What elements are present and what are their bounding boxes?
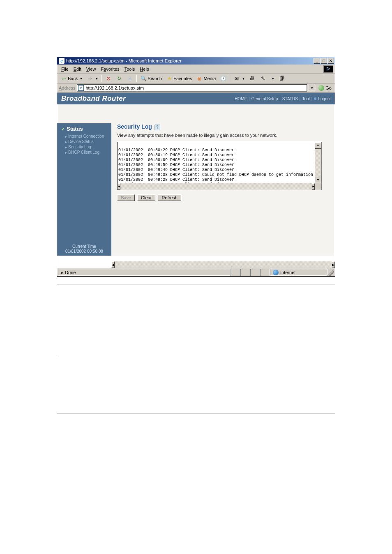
sidebar-heading-status: Status [61,126,108,132]
zone-text: Internet [280,270,295,275]
security-log-textarea[interactable]: 01/01/2002 00:50:29 DHCP Client: Send Di… [117,142,322,190]
minimize-button[interactable]: _ [314,58,320,64]
nav-logout[interactable]: Logout [318,97,331,101]
brand-title: Broadband Router [61,95,126,103]
back-button[interactable]: ⇦ Back ▼ [59,75,84,82]
history-button[interactable]: 🕑 [218,75,228,82]
router-body: Status Internet Connection Device Status… [57,104,335,256]
media-button[interactable]: ◉Media [194,75,217,82]
chevron-down-icon: ▼ [95,77,98,81]
addressbar: Address e http://192.168.2.1/setupx.stm … [57,83,335,93]
close-button[interactable]: ✕ [327,58,334,64]
messenger-icon: 🗐 [279,75,285,82]
stop-button[interactable]: ⊘ [104,75,113,82]
header-nav: HOME | General Setup | STATUS | Tool | L… [235,97,331,101]
chevron-down-icon: ▼ [271,77,274,81]
sidebar-item-device-status[interactable]: Device Status [61,139,108,144]
media-label: Media [203,76,216,81]
go-button[interactable]: → Go [317,85,333,91]
history-icon: 🕑 [220,75,226,82]
log-line: 01/01/2002 00:50:29 DHCP Client: Send Di… [118,148,234,152]
log-line: 01/01/2002 00:49:28 DHCP Client: Send Di… [118,178,234,182]
panel-description: View any attempts that have been made to… [117,133,332,138]
favorites-label: Favorites [173,76,192,81]
favorites-icon: ★ [166,75,173,82]
messenger-button[interactable]: 🗐 [277,75,287,82]
status-zone-panel: Internet [270,269,327,276]
stop-icon: ⊘ [105,75,112,82]
menu-edit[interactable]: Edit [71,66,84,72]
search-label: Search [148,76,162,81]
scroll-left-button[interactable]: ◀ [118,183,120,190]
main-panel: Security Log ? View any attempts that ha… [111,104,335,256]
search-icon: 🔍 [140,75,147,82]
status-text: Done [65,270,76,275]
content-horizontal-scrollbar[interactable]: ◀ ▶ [111,261,335,268]
log-line: 01/01/2002 00:50:19 DHCP Client: Send Di… [118,153,234,157]
statusbar: e Done Internet [57,268,335,276]
current-time-box: Current Time 01/01/2002 00:50:08 [57,244,111,254]
ie-icon: e [59,58,65,64]
address-dropdown[interactable]: ▼ [309,85,315,91]
menu-tools[interactable]: Tools [122,66,138,72]
refresh-button[interactable]: ↻ [114,75,124,82]
nav-general-setup[interactable]: General Setup [251,97,278,101]
menu-view[interactable]: View [84,66,99,72]
sidebar-item-security-log[interactable]: Security Log [61,144,108,150]
edit-button[interactable]: ✎ [258,75,268,82]
scroll-down-button[interactable]: ▼ [315,177,321,183]
nav-status[interactable]: STATUS [282,97,298,101]
scroll-up-button[interactable]: ▲ [315,142,321,149]
scroll-left-button[interactable]: ◀ [111,261,115,268]
go-label: Go [325,85,332,90]
page-icon: e [78,85,84,91]
refresh-icon: ↻ [116,75,122,82]
back-icon: ⇦ [60,75,67,82]
log-line: 01/01/2002 00:49:59 DHCP Client: Send Di… [118,163,234,167]
save-button[interactable]: Save [117,194,135,201]
page-content: Broadband Router HOME | General Setup | … [57,93,335,268]
logout-dot-icon [314,97,316,100]
discuss-button[interactable]: ▼ [269,76,276,81]
menu-file[interactable]: File [59,66,71,72]
help-icon[interactable]: ? [154,125,160,130]
log-horizontal-scrollbar[interactable]: ◀ ▶ [118,183,315,190]
menubar: File Edit View Favorites Tools Help 🏳 [57,65,335,74]
sidebar-item-dhcp-client-log[interactable]: DHCP Client Log [61,150,108,155]
log-vertical-scrollbar[interactable]: ▲ ▼ [315,142,321,183]
sidebar: Status Internet Connection Device Status… [57,104,111,256]
forward-button[interactable]: ⇨ ▼ [85,75,100,82]
resize-grip[interactable] [327,269,334,276]
chevron-down-icon: ▼ [79,77,83,81]
current-time-label: Current Time [57,244,111,249]
ie-window: e http://192.168.2.1/setupx.stm - Micros… [57,57,335,277]
refresh-log-button[interactable]: Refresh [158,194,181,201]
home-button[interactable]: ⌂ [125,75,135,82]
ie-throbber-icon: 🏳 [323,65,333,73]
edit-icon: ✎ [260,75,266,82]
home-icon: ⌂ [127,75,133,82]
chevron-down-icon: ▼ [242,77,245,81]
nav-tool[interactable]: Tool [302,97,309,101]
scroll-right-button[interactable]: ▶ [312,183,315,190]
toolbar: ⇦ Back ▼ ⇨ ▼ ⊘ ↻ ⌂ 🔍Search ★Favorites ◉M… [57,74,335,83]
log-line: 01/01/2002 00:50:09 DHCP Client: Send Di… [118,158,234,162]
maximize-button[interactable]: □ [321,58,327,64]
print-button[interactable]: 🖶 [247,75,257,82]
titlebar: e http://192.168.2.1/setupx.stm - Micros… [57,57,335,65]
menu-favorites[interactable]: Favorites [98,66,122,72]
search-button[interactable]: 🔍Search [138,75,164,82]
clear-button[interactable]: Clear [137,194,155,201]
favorites-button[interactable]: ★Favorites [164,75,194,82]
address-input[interactable]: e http://192.168.2.1/setupx.stm [77,84,307,92]
scroll-right-button[interactable]: ▶ [332,261,335,268]
sidebar-item-internet-connection[interactable]: Internet Connection [61,134,108,139]
panel-title: Security Log ? [117,123,332,130]
media-icon: ◉ [196,75,203,82]
go-icon: → [318,85,324,91]
status-text-panel: e Done [58,269,231,276]
menu-help[interactable]: Help [137,66,152,72]
nav-home[interactable]: HOME [235,97,247,101]
back-label: Back [68,76,78,81]
mail-button[interactable]: ✉▼ [232,75,247,82]
